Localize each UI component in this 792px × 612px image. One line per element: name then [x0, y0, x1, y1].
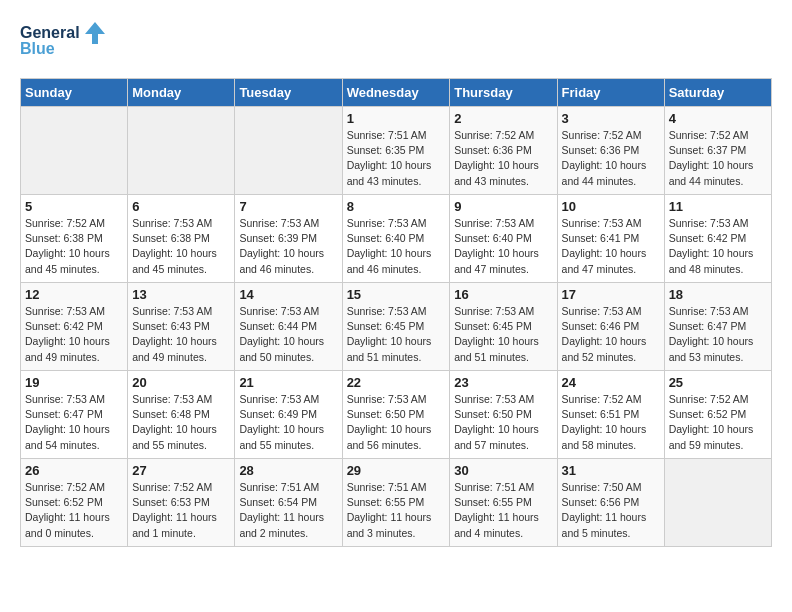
calendar-cell: 11Sunrise: 7:53 AMSunset: 6:42 PMDayligh…	[664, 195, 771, 283]
calendar-cell: 31Sunrise: 7:50 AMSunset: 6:56 PMDayligh…	[557, 459, 664, 547]
calendar-cell: 24Sunrise: 7:52 AMSunset: 6:51 PMDayligh…	[557, 371, 664, 459]
calendar-cell: 20Sunrise: 7:53 AMSunset: 6:48 PMDayligh…	[128, 371, 235, 459]
page-header: General Blue	[20, 20, 772, 62]
calendar-cell: 1Sunrise: 7:51 AMSunset: 6:35 PMDaylight…	[342, 107, 450, 195]
calendar-cell: 13Sunrise: 7:53 AMSunset: 6:43 PMDayligh…	[128, 283, 235, 371]
logo-text: General Blue	[20, 20, 110, 62]
day-info: Sunrise: 7:52 AMSunset: 6:36 PMDaylight:…	[454, 128, 552, 189]
day-number: 28	[239, 463, 337, 478]
calendar-cell: 12Sunrise: 7:53 AMSunset: 6:42 PMDayligh…	[21, 283, 128, 371]
calendar-table: SundayMondayTuesdayWednesdayThursdayFrid…	[20, 78, 772, 547]
calendar-cell	[235, 107, 342, 195]
calendar-week-row: 19Sunrise: 7:53 AMSunset: 6:47 PMDayligh…	[21, 371, 772, 459]
calendar-cell	[664, 459, 771, 547]
day-number: 12	[25, 287, 123, 302]
day-info: Sunrise: 7:53 AMSunset: 6:42 PMDaylight:…	[669, 216, 767, 277]
calendar-cell: 19Sunrise: 7:53 AMSunset: 6:47 PMDayligh…	[21, 371, 128, 459]
calendar-cell: 29Sunrise: 7:51 AMSunset: 6:55 PMDayligh…	[342, 459, 450, 547]
day-info: Sunrise: 7:53 AMSunset: 6:38 PMDaylight:…	[132, 216, 230, 277]
day-number: 9	[454, 199, 552, 214]
day-number: 1	[347, 111, 446, 126]
calendar-cell: 2Sunrise: 7:52 AMSunset: 6:36 PMDaylight…	[450, 107, 557, 195]
calendar-cell: 5Sunrise: 7:52 AMSunset: 6:38 PMDaylight…	[21, 195, 128, 283]
day-number: 5	[25, 199, 123, 214]
calendar-week-row: 26Sunrise: 7:52 AMSunset: 6:52 PMDayligh…	[21, 459, 772, 547]
day-number: 23	[454, 375, 552, 390]
day-info: Sunrise: 7:53 AMSunset: 6:40 PMDaylight:…	[454, 216, 552, 277]
svg-text:General: General	[20, 24, 80, 41]
day-number: 3	[562, 111, 660, 126]
calendar-cell	[128, 107, 235, 195]
day-number: 22	[347, 375, 446, 390]
day-number: 26	[25, 463, 123, 478]
day-info: Sunrise: 7:51 AMSunset: 6:55 PMDaylight:…	[454, 480, 552, 541]
day-info: Sunrise: 7:53 AMSunset: 6:45 PMDaylight:…	[454, 304, 552, 365]
calendar-cell: 30Sunrise: 7:51 AMSunset: 6:55 PMDayligh…	[450, 459, 557, 547]
day-number: 24	[562, 375, 660, 390]
calendar-cell	[21, 107, 128, 195]
logo-svg: General Blue	[20, 20, 110, 58]
day-number: 20	[132, 375, 230, 390]
calendar-cell: 4Sunrise: 7:52 AMSunset: 6:37 PMDaylight…	[664, 107, 771, 195]
day-info: Sunrise: 7:53 AMSunset: 6:40 PMDaylight:…	[347, 216, 446, 277]
calendar-cell: 14Sunrise: 7:53 AMSunset: 6:44 PMDayligh…	[235, 283, 342, 371]
day-number: 27	[132, 463, 230, 478]
day-number: 2	[454, 111, 552, 126]
day-info: Sunrise: 7:53 AMSunset: 6:50 PMDaylight:…	[347, 392, 446, 453]
day-number: 11	[669, 199, 767, 214]
day-info: Sunrise: 7:53 AMSunset: 6:48 PMDaylight:…	[132, 392, 230, 453]
calendar-week-row: 12Sunrise: 7:53 AMSunset: 6:42 PMDayligh…	[21, 283, 772, 371]
day-number: 30	[454, 463, 552, 478]
day-info: Sunrise: 7:52 AMSunset: 6:53 PMDaylight:…	[132, 480, 230, 541]
calendar-week-row: 1Sunrise: 7:51 AMSunset: 6:35 PMDaylight…	[21, 107, 772, 195]
day-number: 15	[347, 287, 446, 302]
day-info: Sunrise: 7:52 AMSunset: 6:36 PMDaylight:…	[562, 128, 660, 189]
calendar-cell: 7Sunrise: 7:53 AMSunset: 6:39 PMDaylight…	[235, 195, 342, 283]
svg-text:Blue: Blue	[20, 40, 55, 57]
day-number: 21	[239, 375, 337, 390]
day-of-week-header: Friday	[557, 79, 664, 107]
day-number: 17	[562, 287, 660, 302]
calendar-cell: 22Sunrise: 7:53 AMSunset: 6:50 PMDayligh…	[342, 371, 450, 459]
calendar-cell: 3Sunrise: 7:52 AMSunset: 6:36 PMDaylight…	[557, 107, 664, 195]
day-number: 10	[562, 199, 660, 214]
day-info: Sunrise: 7:52 AMSunset: 6:52 PMDaylight:…	[25, 480, 123, 541]
calendar-cell: 25Sunrise: 7:52 AMSunset: 6:52 PMDayligh…	[664, 371, 771, 459]
day-info: Sunrise: 7:51 AMSunset: 6:35 PMDaylight:…	[347, 128, 446, 189]
day-of-week-header: Saturday	[664, 79, 771, 107]
day-info: Sunrise: 7:53 AMSunset: 6:42 PMDaylight:…	[25, 304, 123, 365]
day-info: Sunrise: 7:51 AMSunset: 6:55 PMDaylight:…	[347, 480, 446, 541]
day-info: Sunrise: 7:53 AMSunset: 6:50 PMDaylight:…	[454, 392, 552, 453]
calendar-cell: 9Sunrise: 7:53 AMSunset: 6:40 PMDaylight…	[450, 195, 557, 283]
day-info: Sunrise: 7:53 AMSunset: 6:39 PMDaylight:…	[239, 216, 337, 277]
day-info: Sunrise: 7:52 AMSunset: 6:51 PMDaylight:…	[562, 392, 660, 453]
day-info: Sunrise: 7:53 AMSunset: 6:47 PMDaylight:…	[669, 304, 767, 365]
calendar-cell: 15Sunrise: 7:53 AMSunset: 6:45 PMDayligh…	[342, 283, 450, 371]
day-info: Sunrise: 7:53 AMSunset: 6:49 PMDaylight:…	[239, 392, 337, 453]
calendar-cell: 23Sunrise: 7:53 AMSunset: 6:50 PMDayligh…	[450, 371, 557, 459]
calendar-cell: 18Sunrise: 7:53 AMSunset: 6:47 PMDayligh…	[664, 283, 771, 371]
calendar-week-row: 5Sunrise: 7:52 AMSunset: 6:38 PMDaylight…	[21, 195, 772, 283]
day-info: Sunrise: 7:50 AMSunset: 6:56 PMDaylight:…	[562, 480, 660, 541]
day-number: 29	[347, 463, 446, 478]
day-number: 4	[669, 111, 767, 126]
day-number: 14	[239, 287, 337, 302]
calendar-cell: 8Sunrise: 7:53 AMSunset: 6:40 PMDaylight…	[342, 195, 450, 283]
day-of-week-header: Thursday	[450, 79, 557, 107]
calendar-cell: 17Sunrise: 7:53 AMSunset: 6:46 PMDayligh…	[557, 283, 664, 371]
day-info: Sunrise: 7:53 AMSunset: 6:44 PMDaylight:…	[239, 304, 337, 365]
day-info: Sunrise: 7:53 AMSunset: 6:47 PMDaylight:…	[25, 392, 123, 453]
day-number: 6	[132, 199, 230, 214]
day-of-week-header: Wednesday	[342, 79, 450, 107]
calendar-cell: 6Sunrise: 7:53 AMSunset: 6:38 PMDaylight…	[128, 195, 235, 283]
calendar-cell: 28Sunrise: 7:51 AMSunset: 6:54 PMDayligh…	[235, 459, 342, 547]
day-number: 7	[239, 199, 337, 214]
day-number: 8	[347, 199, 446, 214]
calendar-body: 1Sunrise: 7:51 AMSunset: 6:35 PMDaylight…	[21, 107, 772, 547]
calendar-cell: 27Sunrise: 7:52 AMSunset: 6:53 PMDayligh…	[128, 459, 235, 547]
calendar-cell: 21Sunrise: 7:53 AMSunset: 6:49 PMDayligh…	[235, 371, 342, 459]
calendar-cell: 16Sunrise: 7:53 AMSunset: 6:45 PMDayligh…	[450, 283, 557, 371]
day-info: Sunrise: 7:52 AMSunset: 6:38 PMDaylight:…	[25, 216, 123, 277]
logo: General Blue	[20, 20, 110, 62]
day-info: Sunrise: 7:53 AMSunset: 6:45 PMDaylight:…	[347, 304, 446, 365]
